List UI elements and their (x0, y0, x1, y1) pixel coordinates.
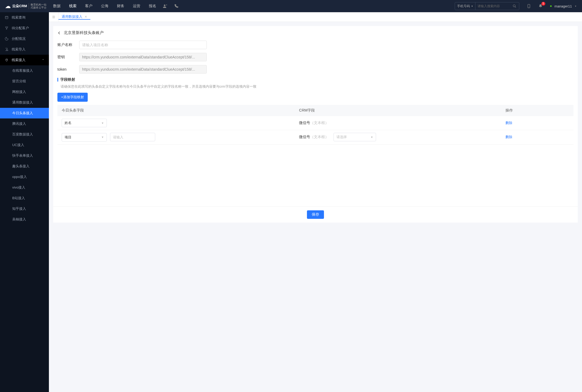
table-row: 项目▼ 微信号（文本框） 请选择▼删除 (57, 130, 573, 144)
close-icon[interactable]: ✕ (85, 15, 87, 19)
mapping-section-header: 字段映射 (57, 77, 573, 82)
svg-point-1 (513, 5, 515, 7)
section-bar-icon (57, 78, 58, 82)
sidebar-sub-item[interactable]: B站接入 (0, 193, 49, 203)
notification-badge: 5 (541, 2, 546, 6)
sidebar-sub-item[interactable]: UC接入 (0, 140, 49, 150)
search-button[interactable] (510, 4, 519, 8)
page-card: 北京昱新科技头条账户 账户名称 密钥 token 字段映射 请确保您在此填写的头… (53, 26, 578, 223)
chevron-down-icon: ▼ (575, 5, 577, 7)
sidebar-sub-item[interactable]: 网校接入 (0, 87, 49, 97)
nav-item[interactable]: 公海 (101, 4, 108, 8)
header-right-icons: 5 (527, 4, 543, 8)
svg-point-0 (164, 5, 166, 6)
nav-item[interactable]: 数据 (53, 4, 61, 8)
sidebar-item[interactable]: 线索查询 (0, 12, 49, 23)
account-name-input[interactable] (79, 41, 207, 49)
mapping-table: 今日头条字段 CRM字段 操作 姓名▼微信号（文本框）删除项目▼ 微信号（文本框… (57, 105, 573, 144)
delete-link[interactable]: 删除 (505, 135, 512, 139)
nav-item[interactable]: 客户 (85, 4, 92, 8)
sidebar-sub-item[interactable]: 留言分组 (0, 76, 49, 87)
account-name-label: 账户名称 (57, 42, 76, 47)
table-row: 姓名▼微信号（文本框）删除 (57, 116, 573, 130)
nav-item[interactable]: 财务 (117, 4, 124, 8)
crm-field-select[interactable]: 请选择▼ (334, 133, 376, 141)
sidebar-sub-item[interactable]: vivo接入 (0, 182, 49, 193)
username: manager11 (554, 4, 572, 8)
sidebar-sub-item[interactable]: 知乎接入 (0, 203, 49, 214)
sidebar-sub-item[interactable]: 今日头条接入 (0, 108, 49, 118)
logo-brand: 云朵CRM (12, 4, 27, 8)
token-label: token (57, 67, 76, 71)
plug-icon (5, 58, 9, 62)
account-name-row: 账户名称 (57, 41, 573, 49)
sidebar: 线索查询待分配客户分配情况线索导入线索接入⌃在线客服接入留言分组网校接入通用数据… (0, 12, 49, 392)
back-icon[interactable] (57, 31, 61, 35)
logo-icon: ☁ (5, 3, 11, 9)
filter-icon (5, 26, 9, 30)
col-headline: 今日头条字段 (57, 105, 295, 116)
tabs-collapse-icon[interactable] (49, 12, 58, 22)
headline-field-select[interactable]: 姓名▼ (62, 119, 107, 127)
token-row: token (57, 65, 573, 74)
crm-field-label: 微信号 (299, 121, 310, 125)
token-input[interactable] (79, 65, 207, 74)
footer-bar: 保存 (53, 206, 578, 223)
mapping-hint: 请确保您在此填写的头条自定义字段名称与在今日头条平台中自定义的字段名称一致，并且… (61, 84, 573, 89)
tab[interactable]: 通用数据接入✕ (58, 14, 90, 20)
top-nav: 数据线索客户公海财务运营报名 (53, 4, 156, 8)
sidebar-item[interactable]: 线索导入 (0, 44, 49, 55)
status-dot-icon (550, 5, 552, 7)
logo: ☁ 云朵CRM 教育机构一站 式服务云平台 (5, 3, 48, 9)
page-title: 北京昱新科技头条账户 (64, 30, 104, 35)
delete-link[interactable]: 删除 (505, 121, 512, 125)
nav-item[interactable]: 线索 (69, 4, 77, 8)
user-add-icon[interactable] (163, 4, 167, 8)
sidebar-sub-item[interactable]: 在线客服接入 (0, 65, 49, 76)
sidebar-sub-item[interactable]: 趣头条接入 (0, 161, 49, 172)
add-mapping-button[interactable]: +添加字段映射 (57, 93, 88, 102)
headline-field-select[interactable]: 项目▼ (62, 133, 107, 142)
mapping-title: 字段映射 (60, 77, 75, 82)
app-header: ☁ 云朵CRM 教育机构一站 式服务云平台 数据线索客户公海财务运营报名 手机号… (0, 0, 582, 12)
content: 北京昱新科技头条账户 账户名称 密钥 token 字段映射 请确保您在此填写的头… (49, 22, 582, 392)
sidebar-sub-item[interactable]: 百度数据接入 (0, 129, 49, 140)
chevron-up-icon: ⌃ (42, 59, 44, 62)
search-input[interactable] (475, 4, 510, 8)
col-op: 操作 (501, 105, 573, 116)
sidebar-sub-item[interactable]: oppo接入 (0, 172, 49, 182)
user-menu[interactable]: manager11 ▼ (550, 4, 577, 8)
breadcrumb: 北京昱新科技头条账户 (57, 30, 573, 35)
chevron-down-icon: ▼ (101, 122, 104, 125)
svg-rect-3 (5, 16, 8, 19)
bell-icon[interactable]: 5 (538, 4, 543, 8)
crm-field-hint: （文本框） (310, 121, 329, 125)
search-type-select[interactable]: 手机号码 ▼ (455, 2, 475, 10)
sidebar-sub-item[interactable]: 通用数据接入 (0, 97, 49, 108)
chevron-down-icon: ▼ (101, 136, 104, 139)
nav-item[interactable]: 运营 (133, 4, 140, 8)
sidebar-item[interactable]: 待分配客户 (0, 23, 49, 33)
sidebar-sub-item[interactable]: 美柚接入 (0, 214, 49, 225)
sidebar-item[interactable]: 线索接入⌃ (0, 55, 49, 65)
mobile-icon[interactable] (527, 4, 531, 8)
tabs-bar: 通用数据接入✕ (49, 12, 582, 22)
chevron-down-icon: ▼ (370, 136, 373, 139)
pie-icon (5, 37, 9, 41)
global-search: 手机号码 ▼ (455, 2, 519, 10)
sidebar-sub-item[interactable]: 腾讯接入 (0, 118, 49, 129)
main: 通用数据接入✕ 北京昱新科技头条账户 账户名称 密钥 token (49, 12, 582, 392)
save-button[interactable]: 保存 (307, 210, 324, 219)
svg-rect-2 (528, 4, 530, 8)
sidebar-item[interactable]: 分配情况 (0, 33, 49, 44)
nav-item[interactable]: 报名 (149, 4, 156, 8)
crm-field-label: 微信号 (299, 135, 310, 139)
secret-input[interactable] (79, 53, 207, 61)
phone-icon[interactable] (174, 4, 179, 8)
chevron-down-icon: ▼ (471, 5, 473, 7)
import-icon (5, 48, 9, 51)
headline-field-input[interactable] (110, 133, 155, 141)
sidebar-sub-item[interactable]: 快手表单接入 (0, 150, 49, 161)
col-crm: CRM字段 (295, 105, 501, 116)
top-nav-icons (163, 4, 179, 8)
